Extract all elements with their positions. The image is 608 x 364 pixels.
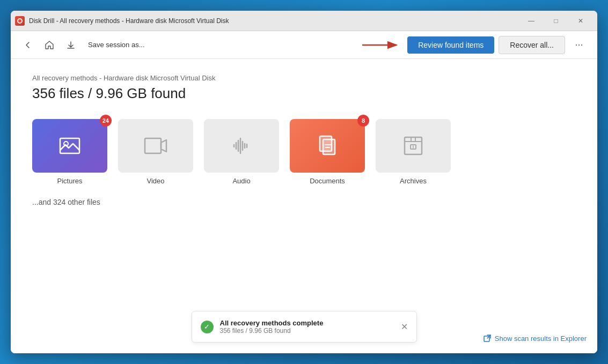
file-type-audio[interactable]: Audio (204, 119, 279, 185)
recover-all-button[interactable]: Recover all... (499, 36, 565, 54)
audio-label: Audio (232, 177, 250, 185)
back-icon (24, 41, 32, 49)
svg-rect-4 (60, 138, 79, 153)
notification-subtitle: 356 files / 9.96 GB found (220, 327, 394, 335)
scan-subtitle: All recovery methods - Hardware disk Mic… (32, 74, 576, 82)
other-files-text: ...and 324 other files (32, 198, 576, 206)
completion-notification: ✓ All recovery methods complete 356 file… (192, 311, 417, 343)
audio-card (204, 119, 279, 173)
external-link-icon (483, 334, 492, 343)
svg-point-1 (18, 19, 21, 23)
window-title: Disk Drill - All recovery methods - Hard… (29, 17, 519, 25)
documents-badge: 8 (357, 115, 369, 127)
app-window: Disk Drill - All recovery methods - Hard… (11, 11, 597, 353)
save-session-button[interactable]: Save session as... (84, 39, 149, 51)
video-card (118, 119, 193, 173)
main-content: All recovery methods - Hardware disk Mic… (11, 59, 597, 353)
app-icon (15, 16, 25, 26)
close-button[interactable]: ✕ (568, 13, 593, 29)
toolbar: Save session as... Review found items Re… (11, 31, 597, 59)
pictures-icon (57, 133, 83, 159)
minimize-button[interactable]: — (519, 13, 544, 29)
archives-icon (400, 133, 426, 159)
review-found-items-button[interactable]: Review found items (407, 36, 494, 54)
red-arrow-icon (360, 39, 403, 51)
success-icon: ✓ (201, 321, 214, 333)
pictures-badge: 24 (100, 115, 112, 127)
save-session-label: Save session as... (88, 41, 145, 49)
file-type-documents[interactable]: 8 Documents (290, 119, 365, 185)
explorer-link-label: Show scan results in Explorer (495, 335, 587, 343)
archives-card (376, 119, 451, 173)
documents-icon (314, 133, 340, 159)
pictures-label: Pictures (57, 177, 83, 185)
svg-rect-6 (145, 138, 161, 153)
scan-result-title: 356 files / 9.96 GB found (32, 85, 576, 102)
arrow-indicator (360, 39, 403, 51)
file-type-archives[interactable]: Archives (376, 119, 451, 185)
documents-card: 8 (290, 119, 365, 173)
file-types-grid: 24 Pictures Video (32, 119, 576, 185)
video-icon (143, 133, 169, 159)
download-icon (67, 41, 75, 49)
more-options-button[interactable]: ··· (569, 35, 589, 55)
pictures-card: 24 (32, 119, 107, 173)
archives-label: Archives (400, 177, 427, 185)
maximize-button[interactable]: □ (544, 13, 568, 29)
show-in-explorer-link[interactable]: Show scan results in Explorer (483, 334, 587, 343)
window-controls: — □ ✕ (519, 13, 593, 29)
file-type-pictures[interactable]: 24 Pictures (32, 119, 107, 185)
home-icon (45, 40, 54, 50)
notification-area: ✓ All recovery methods complete 356 file… (192, 311, 417, 343)
notification-title: All recovery methods complete (220, 319, 394, 327)
notification-close-button[interactable]: ✕ (401, 322, 408, 332)
download-button[interactable] (62, 36, 79, 54)
notification-text: All recovery methods complete 356 files … (220, 319, 394, 335)
back-button[interactable] (19, 36, 36, 54)
video-label: Video (146, 177, 164, 185)
audio-icon (229, 133, 254, 159)
documents-label: Documents (310, 177, 345, 185)
file-type-video[interactable]: Video (118, 119, 193, 185)
home-button[interactable] (41, 36, 58, 54)
title-bar: Disk Drill - All recovery methods - Hard… (11, 11, 597, 31)
